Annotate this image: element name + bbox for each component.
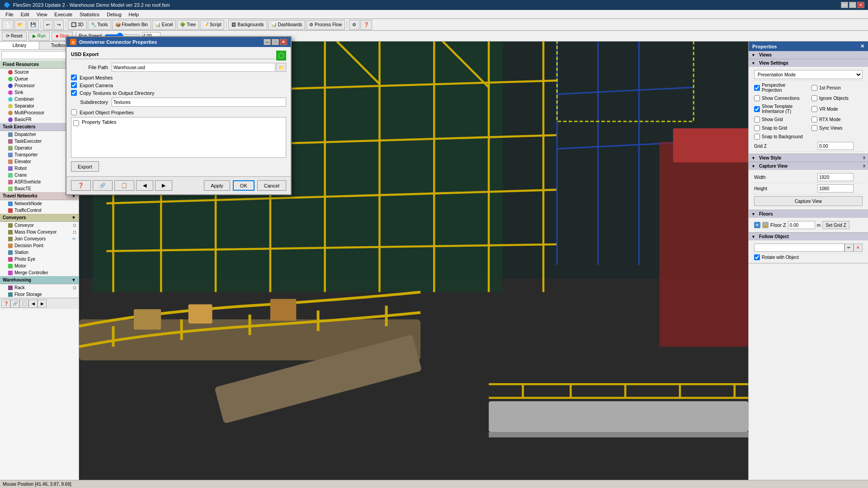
subdirectory-label: Subdirectory: [80, 99, 112, 105]
file-path-row: File Path 📁: [71, 63, 286, 72]
property-box-inner: Property Tables: [73, 119, 284, 126]
browse-button[interactable]: 📁: [276, 63, 286, 72]
dialog-back-button[interactable]: ◀: [136, 180, 153, 191]
subdirectory-input[interactable]: [112, 98, 286, 107]
dialog-title-text: Omniverse Connector Properties: [79, 39, 157, 45]
dialog-forward-button[interactable]: ▶: [155, 180, 172, 191]
dialog-help-button[interactable]: ❓: [71, 180, 91, 191]
dialog-controls: — □ ✕: [264, 39, 287, 45]
file-path-input[interactable]: [112, 63, 275, 72]
subdirectory-row: Subdirectory: [71, 98, 286, 107]
export-object-props-checkbox[interactable]: [71, 109, 77, 115]
export-object-props-row: Export Object Properties: [71, 109, 286, 115]
file-path-label: File Path: [71, 65, 112, 70]
dialog-copy-button[interactable]: 📋: [114, 180, 134, 191]
export-meshes-label: Export Meshes: [80, 75, 113, 80]
dialog-minimize-button[interactable]: —: [264, 39, 271, 45]
dialog-footer-left: ❓ 🔗 📋 ◀ ▶: [71, 180, 172, 191]
apply-button[interactable]: Apply: [204, 180, 230, 191]
ok-button[interactable]: OK: [233, 180, 255, 191]
export-camera-checkbox[interactable]: [71, 82, 77, 88]
copy-textures-label: Copy Textures to Output Directory: [80, 90, 154, 96]
dialog-title-bar: O Omniverse Connector Properties — □ ✕: [66, 37, 291, 47]
dialog-body: USD Export File Path 📁 Export Meshes Exp…: [66, 47, 291, 176]
property-tables-label: Property Tables: [82, 119, 116, 125]
dialog-footer: ❓ 🔗 📋 ◀ ▶ Apply OK Cancel: [66, 176, 291, 194]
dialog-maximize-button[interactable]: □: [272, 39, 279, 45]
dialog-title-icon: O: [70, 39, 76, 45]
export-camera-row: Export Camera: [71, 82, 286, 88]
dialog-connect-button[interactable]: 🔗: [93, 180, 113, 191]
export-button[interactable]: Export: [71, 161, 99, 172]
export-meshes-checkbox[interactable]: [71, 75, 77, 80]
omniverse-dialog: O Omniverse Connector Properties — □ ✕: [66, 36, 292, 195]
property-tables-checkbox[interactable]: [73, 120, 79, 126]
copy-textures-checkbox[interactable]: [71, 90, 77, 96]
svg-point-60: [279, 54, 283, 57]
copy-textures-row: Copy Textures to Output Directory: [71, 90, 286, 96]
export-meshes-row: Export Meshes: [71, 75, 286, 80]
dialog-close-button[interactable]: ✕: [280, 39, 287, 45]
usd-export-section-label: USD Export: [71, 52, 286, 59]
svg-text:O: O: [71, 40, 75, 45]
cancel-button[interactable]: Cancel: [257, 180, 286, 191]
dialog-title-left: O Omniverse Connector Properties: [70, 39, 157, 45]
property-box: Property Tables: [71, 117, 286, 158]
status-circle: [276, 51, 286, 61]
dialog-overlay: O Omniverse Connector Properties — □ ✕: [0, 0, 868, 488]
dialog-body-wrapper: USD Export File Path 📁 Export Meshes Exp…: [66, 47, 291, 176]
export-camera-label: Export Camera: [80, 83, 113, 88]
export-object-props-label: Export Object Properties: [80, 110, 134, 115]
